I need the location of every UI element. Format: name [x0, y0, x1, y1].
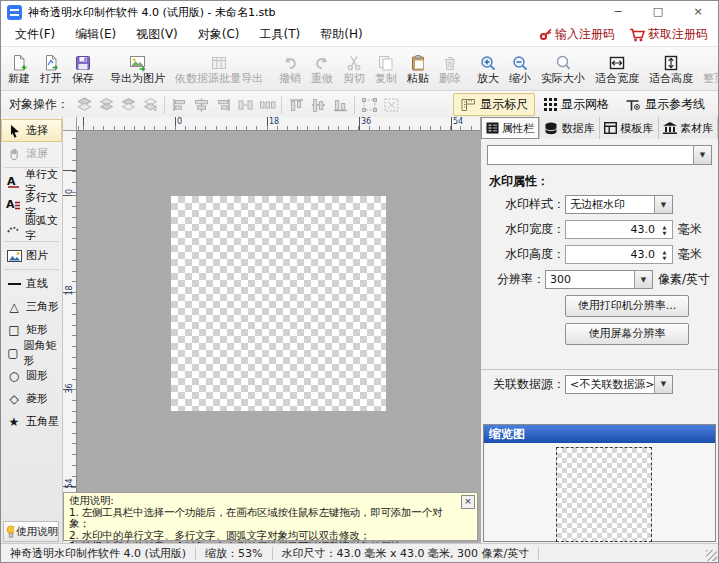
align-bottom-icon[interactable] [329, 95, 351, 115]
svg-text:A: A [6, 198, 15, 211]
tool-arc-text[interactable]: 圆弧文字 [1, 216, 62, 239]
tool-image[interactable]: 图片 [1, 244, 62, 267]
hand-icon [6, 147, 22, 160]
datasource-dropdown-arrow[interactable]: ▼ [654, 376, 672, 393]
resolution-select[interactable]: 300 ▼ [545, 270, 653, 289]
new-button[interactable]: 新建 [3, 47, 35, 90]
menu-file[interactable]: 文件(F) [5, 26, 65, 43]
open-button[interactable]: 打开 [35, 47, 67, 90]
copy-button[interactable]: 复制 [370, 47, 402, 90]
object-selector-combobox[interactable]: ▼ [487, 145, 712, 165]
tool-diamond[interactable]: ◇ 菱形 [1, 387, 62, 410]
zoom-in-button[interactable]: 放大 [472, 47, 504, 90]
fit-width-button[interactable]: 适合宽度 [590, 47, 644, 90]
combobox-dropdown-arrow[interactable]: ▼ [693, 146, 711, 164]
svg-text:A: A [7, 175, 16, 188]
redo-button[interactable]: 重做 [306, 47, 338, 90]
rounded-rectangle-icon: ▢ [6, 347, 20, 359]
view-toggles: 显示标尺 显示网格 显示参考线 [453, 93, 714, 116]
bank-icon [663, 122, 677, 134]
help-line-1: 1. 左侧工具栏中选择一个功能后，在画布区域按住鼠标左键拖动，即可添加一个对象； [69, 507, 459, 530]
paste-label: 粘贴 [407, 73, 429, 85]
export-image-button[interactable]: 导出为图片 [105, 47, 170, 90]
watermark-height-input[interactable]: 43.0 ▲▼ [565, 245, 673, 264]
tool-rounded-rectangle[interactable]: ▢ 圆角矩形 [1, 341, 62, 364]
tool-line[interactable]: 直线 [1, 272, 62, 295]
bring-forward-icon[interactable] [95, 95, 117, 115]
close-button[interactable]: × [678, 1, 718, 23]
resolution-unit: 像素/英寸 [658, 271, 710, 288]
group-icon[interactable] [358, 95, 380, 115]
send-backward-icon[interactable] [117, 95, 139, 115]
tool-star[interactable]: ★ 五角星 [1, 410, 62, 433]
thumbnail-section: 缩览图 [483, 424, 716, 542]
align-left-icon[interactable] [168, 95, 190, 115]
watermark-height-value: 43.0 [631, 248, 656, 261]
cut-button[interactable]: 剪切 [338, 47, 370, 90]
style-dropdown-arrow[interactable]: ▼ [654, 196, 672, 213]
batch-export-icon [210, 53, 228, 73]
align-top-icon[interactable] [285, 95, 307, 115]
show-guides-toggle[interactable]: 显示参考线 [618, 93, 712, 116]
use-printer-resolution-button[interactable]: 使用打印机分辨率... [565, 295, 689, 317]
undo-button[interactable]: 撤销 [274, 47, 306, 90]
canvas-workarea[interactable] [77, 131, 480, 544]
bring-to-front-icon[interactable] [73, 95, 95, 115]
batch-export-button[interactable]: 依数据源批量导出 [170, 47, 268, 90]
fit-width-icon [608, 53, 626, 73]
use-screen-resolution-button[interactable]: 使用屏幕分辨率 [565, 323, 689, 345]
h-ruler-label: 36 [361, 117, 371, 126]
tab-properties[interactable]: 属性栏 [481, 117, 540, 140]
watermark-height-label: 水印高度： [489, 246, 565, 263]
enter-register-code-link[interactable]: 输入注册码 [539, 26, 615, 43]
tab-templates[interactable]: 模板库 [600, 117, 659, 139]
save-button[interactable]: 保存 [67, 47, 99, 90]
width-spinner-arrows[interactable]: ▲▼ [659, 222, 670, 237]
menu-view[interactable]: 视图(V) [126, 26, 188, 43]
actual-size-button[interactable]: 实际大小 [536, 47, 590, 90]
resize-grip[interactable] [706, 550, 717, 561]
tool-select[interactable]: 选择 [1, 119, 62, 142]
thumbnail-preview [556, 447, 652, 542]
maximize-button[interactable]: □ [638, 1, 678, 23]
align-center-h-icon[interactable] [190, 95, 212, 115]
menu-object[interactable]: 对象(C) [188, 26, 250, 43]
equal-spacing-icon[interactable] [256, 95, 278, 115]
show-grid-toggle[interactable]: 显示网格 [537, 93, 616, 116]
tool-pan[interactable]: 滚屏 [1, 142, 62, 165]
help-close-button[interactable]: × [461, 495, 475, 509]
watermark-style-select[interactable]: 无边框水印 ▼ [565, 195, 673, 214]
align-middle-icon[interactable] [307, 95, 329, 115]
fit-page-button[interactable]: 整页显示 [698, 47, 719, 90]
get-register-code-link[interactable]: 获取注册码 [629, 26, 708, 43]
h-ruler-label: 18 [269, 117, 279, 126]
usage-help-button[interactable]: 使用说明 [3, 521, 59, 542]
fit-height-button[interactable]: 适合高度 [644, 47, 698, 90]
menu-edit[interactable]: 编辑(E) [65, 26, 126, 43]
show-grid-label: 显示网格 [561, 96, 609, 113]
new-file-icon [10, 53, 28, 73]
tool-triangle[interactable]: △ 三角形 [1, 295, 62, 318]
distribute-h-icon[interactable] [234, 95, 256, 115]
zoom-out-button[interactable]: 缩小 [504, 47, 536, 90]
copy-icon [377, 53, 395, 73]
minimize-button[interactable]: ─ [598, 1, 638, 23]
watermark-width-input[interactable]: 43.0 ▲▼ [565, 220, 673, 239]
arc-text-icon [6, 222, 21, 234]
paste-button[interactable]: 粘贴 [402, 47, 434, 90]
resolution-dropdown-arrow[interactable]: ▼ [634, 271, 652, 288]
menu-help[interactable]: 帮助(H) [310, 26, 372, 43]
ungroup-icon[interactable] [380, 95, 402, 115]
tab-materials[interactable]: 素材库 [659, 117, 718, 139]
watermark-canvas[interactable] [171, 196, 386, 411]
height-spinner-arrows[interactable]: ▲▼ [659, 247, 670, 262]
object-operations-label: 对象操作： [5, 96, 73, 113]
send-to-back-icon[interactable] [139, 95, 161, 115]
align-right-icon[interactable] [212, 95, 234, 115]
menu-tools[interactable]: 工具(T) [250, 26, 311, 43]
delete-button[interactable]: 删除 [434, 47, 466, 90]
datasource-select[interactable]: <不关联数据源> ▼ [565, 375, 673, 394]
show-ruler-toggle[interactable]: 显示标尺 [453, 93, 535, 116]
v-ruler-label: 54 [65, 477, 74, 490]
tab-database[interactable]: 数据库 [540, 117, 599, 139]
